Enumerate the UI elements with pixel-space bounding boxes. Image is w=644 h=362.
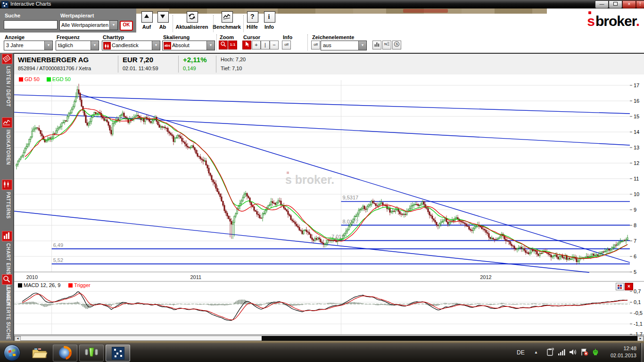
candle-body: [537, 251, 537, 254]
candle-body: [63, 123, 64, 123]
candle-body: [487, 232, 488, 233]
candle-body: [481, 227, 482, 229]
magnifier-icon: [220, 41, 226, 47]
macd-histogram-bar: [354, 302, 355, 304]
candle-body: [399, 212, 400, 214]
macd-histogram-bar: [459, 304, 460, 304]
macd-histogram-bar: [83, 304, 83, 306]
cursor-arrow-button[interactable]: [242, 41, 251, 49]
charttyp-select[interactable]: Candlestick▼: [102, 41, 160, 50]
minimize-button[interactable]: —: [595, 0, 609, 8]
help-icon[interactable]: ?: [247, 11, 258, 23]
zoom-ratio-button[interactable]: 1:1: [228, 41, 237, 49]
patterns-icon[interactable]: [2, 180, 12, 190]
show-hidden-icons[interactable]: ▲: [534, 350, 538, 354]
frequenz-select[interactable]: täglich▼: [56, 41, 99, 50]
candle-body: [422, 202, 423, 204]
sidebar-item-listen-depot[interactable]: LISTEN / DEPOT: [6, 66, 11, 107]
network-signal-icon[interactable]: [557, 348, 566, 358]
change-percent: +2,11%: [183, 56, 206, 64]
candlestick-chart[interactable]: 171615141312111098765s broker.9,53178,01…: [14, 74, 644, 341]
cursor-mode-button[interactable]: +: [252, 41, 261, 49]
up-arrow-icon[interactable]: [141, 11, 153, 23]
action-flag-icon[interactable]: [580, 348, 589, 358]
status-green-icon[interactable]: [591, 348, 600, 358]
candle-body: [150, 122, 151, 123]
alert-button[interactable]: !: [636, 0, 644, 8]
advanced-search-icon[interactable]: [2, 274, 12, 285]
clock-time[interactable]: 12:48: [607, 346, 636, 351]
cursor-mode-button[interactable]: −: [270, 41, 279, 49]
candle-body: [102, 117, 103, 118]
anzeige-select[interactable]: 3 Jahre▼: [4, 41, 53, 50]
horizontal-scrollbar[interactable]: ◄ ►: [14, 336, 644, 341]
info-off-button[interactable]: off: [282, 41, 291, 49]
skalierung-select[interactable]: abs Absolut▼: [162, 41, 215, 50]
candle-body: [442, 222, 443, 222]
candle-body: [500, 236, 501, 238]
macd-histogram-bar: [68, 303, 69, 304]
candle-body: [389, 208, 390, 212]
cursor-mode-button[interactable]: |: [261, 41, 270, 49]
volume-chart-button[interactable]: [372, 41, 381, 49]
candle-body: [551, 255, 552, 257]
level-label: 5,52: [53, 257, 63, 263]
candle-body: [53, 133, 54, 137]
taskbar-app-button[interactable]: [79, 345, 104, 362]
benchmark-icon[interactable]: [222, 11, 233, 23]
taskbar-charts-app-button[interactable]: [106, 345, 130, 362]
sidebar-item-erweiterte-suche[interactable]: ERWEITERTE SUCHE: [6, 287, 11, 340]
wertpapierart-select[interactable]: Alle Wertpapierarten ▼: [59, 20, 118, 30]
macd-histogram-bar: [230, 304, 231, 304]
y-axis-tick: 9: [634, 207, 636, 213]
macd-histogram-bar: [204, 304, 205, 304]
macd-close-button[interactable]: ×: [625, 283, 633, 290]
start-button[interactable]: [4, 345, 20, 361]
sidebar-item-patterns[interactable]: PATTERNS: [6, 192, 11, 219]
info-icon[interactable]: i: [264, 11, 275, 23]
splits-button[interactable]: S: [392, 41, 401, 49]
macd-histogram-bar: [610, 304, 611, 304]
indicators-icon[interactable]: [2, 117, 12, 128]
show-desktop-button[interactable]: [640, 343, 644, 362]
candle-body: [196, 150, 197, 153]
candle-body: [307, 232, 308, 232]
candle-body: [114, 123, 115, 123]
macd-histogram-bar: [481, 304, 482, 304]
taskbar-explorer-button[interactable]: [29, 346, 50, 361]
down-arrow-icon[interactable]: [157, 11, 169, 23]
news-button[interactable]: N: [382, 41, 391, 49]
chart-settings-icon[interactable]: [2, 231, 12, 241]
toolbar-button-label[interactable]: Aktualisieren: [173, 24, 211, 30]
macd-histogram-bar: [476, 304, 477, 304]
action-center-icon[interactable]: [546, 348, 554, 358]
clock-date[interactable]: 02.01.2013: [603, 353, 636, 358]
candle-body: [613, 247, 614, 248]
restore-button[interactable]: [609, 0, 622, 8]
zeichenelemente-select[interactable]: aus▼: [321, 41, 367, 50]
search-input[interactable]: [4, 20, 58, 29]
toolbar-button-label[interactable]: Info: [250, 24, 289, 30]
macd-histogram-bar: [22, 303, 23, 304]
depot-icon[interactable]: [2, 54, 12, 64]
macd-histogram-bar: [453, 303, 454, 304]
candle-body: [198, 156, 199, 157]
sidebar-item-indikatoren[interactable]: INDIKATOREN: [6, 130, 11, 165]
candle-body: [333, 240, 334, 240]
macd-settings-button[interactable]: [616, 283, 624, 290]
volume-icon[interactable]: [569, 348, 577, 358]
chevron-down-icon[interactable]: ▼: [109, 21, 117, 30]
macd-histogram-bar: [537, 304, 537, 304]
candle-body: [80, 93, 81, 100]
macd-histogram-bar: [300, 304, 301, 305]
refresh-icon[interactable]: [187, 11, 198, 23]
language-indicator[interactable]: DE: [517, 349, 525, 356]
candle-body: [439, 224, 440, 226]
zoom-magnifier-button[interactable]: [219, 41, 228, 49]
close-button[interactable]: ×: [622, 0, 636, 8]
candle-body: [361, 208, 362, 210]
taskbar-firefox-button[interactable]: [53, 345, 77, 362]
candle-body: [602, 252, 603, 253]
zeichenelemente-off-button[interactable]: off: [311, 41, 320, 49]
candle-body: [232, 222, 233, 224]
